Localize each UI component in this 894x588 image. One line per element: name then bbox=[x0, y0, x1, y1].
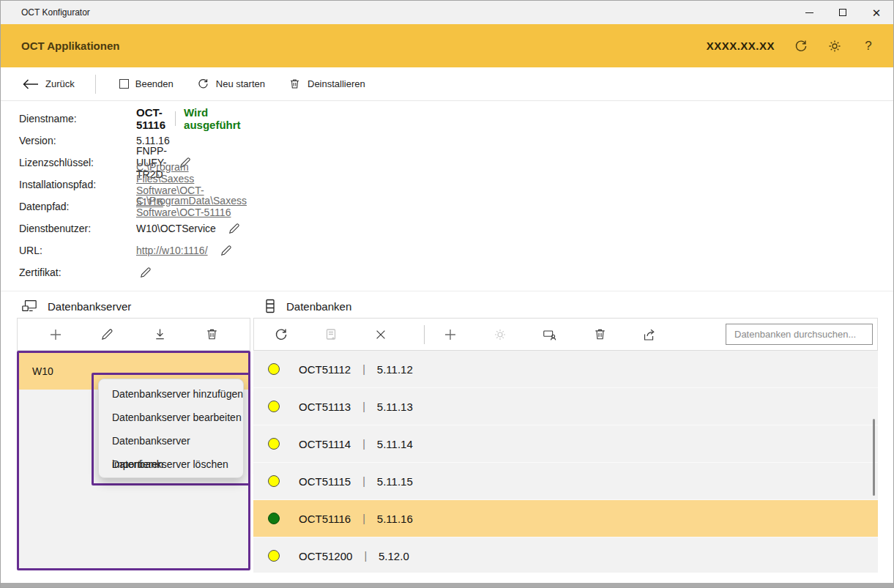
add-server-icon[interactable] bbox=[48, 327, 64, 343]
database-toolbar-divider bbox=[424, 325, 425, 344]
edit-certificate-button[interactable] bbox=[139, 266, 152, 279]
close-icon: ✕ bbox=[872, 7, 882, 18]
database-version: 5.12.0 bbox=[379, 550, 409, 562]
share-database-icon[interactable] bbox=[641, 327, 658, 343]
menu-item-import-server[interactable]: Datenbankserver importieren bbox=[99, 429, 243, 453]
database-name: OCT51113 bbox=[299, 401, 351, 413]
close-button[interactable]: ✕ bbox=[860, 1, 893, 24]
name-version-separator: | bbox=[362, 513, 365, 524]
uninstall-label: Deinstallieren bbox=[308, 78, 365, 89]
status-dot bbox=[268, 438, 280, 450]
name-version-separator: | bbox=[362, 475, 365, 487]
restart-service-button[interactable]: Neu starten bbox=[197, 78, 265, 90]
scrollbar-thumb[interactable] bbox=[873, 419, 875, 496]
database-icon bbox=[264, 299, 276, 313]
edit-server-icon[interactable] bbox=[100, 327, 116, 343]
refresh-icon[interactable] bbox=[794, 39, 808, 53]
database-list-item[interactable]: OCT51115 | 5.11.15 bbox=[253, 463, 878, 499]
app-header: OCT Applikationen XXXX.XX.XX ? bbox=[1, 24, 893, 67]
data-path-label: Datenpfad: bbox=[19, 201, 129, 212]
database-version: 5.11.16 bbox=[377, 513, 413, 525]
menu-item-delete-server[interactable]: Datenbankserver löschen bbox=[99, 453, 243, 476]
import-server-icon[interactable] bbox=[152, 327, 168, 343]
search-input[interactable] bbox=[726, 324, 873, 345]
data-path-link[interactable]: C:\ProgramData\Saxess Software\OCT-51116 bbox=[136, 195, 247, 218]
restart-icon bbox=[197, 78, 209, 90]
server-icon bbox=[21, 299, 37, 313]
status-dot bbox=[268, 513, 280, 524]
back-arrow-icon bbox=[23, 79, 39, 89]
database-list-item[interactable]: OCT51200 | 5.12.0 bbox=[253, 537, 878, 573]
window-controls: ✕ bbox=[792, 1, 893, 24]
status-dot bbox=[268, 475, 280, 487]
page-title: OCT Applikationen bbox=[21, 24, 119, 67]
command-bar: Zurück Beenden Neu starten Deinstalliere… bbox=[1, 67, 893, 101]
stop-label: Beenden bbox=[135, 78, 174, 89]
window-bottom-border bbox=[1, 583, 893, 587]
delete-database-icon[interactable] bbox=[592, 327, 608, 343]
refresh-databases-icon[interactable] bbox=[273, 327, 289, 343]
maximize-button[interactable] bbox=[826, 1, 860, 24]
app-window: OCT Konfigurator ✕ OCT Applikationen XXX… bbox=[0, 0, 894, 588]
cancel-icon[interactable] bbox=[373, 327, 389, 343]
help-icon[interactable]: ? bbox=[861, 39, 876, 53]
version-label: Version: bbox=[19, 135, 129, 146]
server-toolbar bbox=[17, 318, 250, 351]
url-link[interactable]: http://w10:1116/ bbox=[136, 245, 208, 256]
server-panel-header: Datenbankserver bbox=[21, 295, 131, 317]
install-path-label: Installationspfad: bbox=[19, 179, 129, 190]
trash-icon bbox=[288, 78, 301, 90]
service-status: Wird ausgeführt bbox=[184, 106, 241, 131]
menu-item-edit-server[interactable]: Datenbankserver bearbeiten bbox=[99, 406, 243, 429]
restart-label: Neu starten bbox=[216, 78, 265, 89]
server-panel-title: Datenbankserver bbox=[48, 300, 131, 313]
url-label: URL: bbox=[19, 245, 129, 256]
settings-gear-icon[interactable] bbox=[827, 39, 842, 53]
window-title: OCT Konfigurator bbox=[21, 1, 90, 24]
edit-url-button[interactable] bbox=[220, 244, 233, 257]
copy-database-icon[interactable] bbox=[323, 327, 339, 343]
back-button[interactable]: Zurück bbox=[23, 78, 75, 89]
database-list: OCT51112 | 5.11.12 OCT51113 | 5.11.13 OC… bbox=[253, 351, 878, 573]
database-settings-icon[interactable] bbox=[492, 327, 508, 343]
status-dot bbox=[268, 550, 280, 562]
minimize-button[interactable] bbox=[792, 1, 826, 24]
name-version-separator: | bbox=[362, 438, 365, 450]
name-version-separator: | bbox=[362, 401, 365, 412]
database-name: OCT51116 bbox=[299, 513, 351, 525]
command-bar-divider bbox=[95, 75, 96, 94]
maximize-icon bbox=[839, 9, 846, 16]
app-version-placeholder: XXXX.XX.XX bbox=[707, 40, 775, 52]
back-label: Zurück bbox=[45, 78, 75, 89]
service-name-value: OCT-51116 bbox=[136, 106, 166, 131]
context-menu-highlight: Datenbankserver hinzufügen Datenbankserv… bbox=[92, 373, 250, 485]
database-version: 5.11.15 bbox=[377, 475, 413, 488]
database-name: OCT51115 bbox=[299, 475, 351, 488]
database-list-item[interactable]: OCT51113 | 5.11.13 bbox=[253, 388, 878, 425]
database-list-item[interactable]: OCT51114 | 5.11.14 bbox=[253, 425, 878, 462]
stop-service-button[interactable]: Beenden bbox=[119, 78, 174, 89]
database-name: OCT51114 bbox=[299, 438, 351, 450]
status-dot bbox=[268, 401, 280, 412]
database-panel-title: Datenbanken bbox=[286, 300, 351, 313]
service-name-label: Dienstname: bbox=[19, 113, 129, 124]
delete-server-icon[interactable] bbox=[204, 327, 220, 343]
server-name: W10 bbox=[32, 365, 53, 377]
header-actions: XXXX.XX.XX ? bbox=[707, 24, 876, 67]
database-toolbar bbox=[253, 318, 878, 351]
status-divider bbox=[175, 111, 176, 126]
minimize-icon bbox=[805, 12, 813, 13]
context-menu: Datenbankserver hinzufügen Datenbankserv… bbox=[98, 379, 244, 478]
database-list-item[interactable]: OCT51112 | 5.11.12 bbox=[253, 351, 878, 387]
status-dot bbox=[268, 363, 280, 375]
database-panel-header: Datenbanken bbox=[264, 295, 351, 317]
edit-service-user-button[interactable] bbox=[228, 222, 241, 235]
menu-item-add-server[interactable]: Datenbankserver hinzufügen bbox=[99, 382, 243, 406]
database-users-icon[interactable] bbox=[542, 327, 558, 343]
uninstall-button[interactable]: Deinstallieren bbox=[288, 78, 365, 90]
name-version-separator: | bbox=[362, 363, 365, 375]
database-version: 5.11.12 bbox=[377, 363, 413, 376]
license-key-label: Lizenzschlüssel: bbox=[19, 157, 129, 168]
add-database-icon[interactable] bbox=[442, 327, 458, 343]
database-list-item-selected[interactable]: OCT51116 | 5.11.16 bbox=[253, 500, 878, 537]
